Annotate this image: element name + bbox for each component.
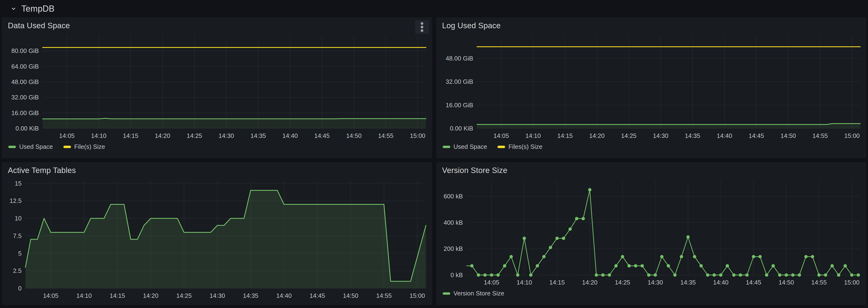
svg-text:14:10: 14:10 <box>76 292 92 299</box>
svg-text:48.00 GiB: 48.00 GiB <box>445 55 473 62</box>
svg-text:14:15: 14:15 <box>110 292 125 299</box>
chart-active-temp-tables[interactable]: 02.557.51012.51514:0514:1014:1514:2014:2… <box>4 178 430 301</box>
legend-swatch <box>8 146 16 148</box>
svg-text:14:30: 14:30 <box>648 279 663 286</box>
svg-text:14:20: 14:20 <box>582 279 597 286</box>
svg-text:14:05: 14:05 <box>43 292 58 299</box>
legend-swatch <box>443 146 450 148</box>
svg-text:14:20: 14:20 <box>155 132 170 139</box>
legend-label: Version Store Size <box>454 290 504 297</box>
panel-version-store-size: Version Store Size 0 kB200 kB400 kB600 k… <box>436 162 866 305</box>
chart-log-used-space[interactable]: 0.00 KiB16.00 GiB32.00 GiB48.00 GiB14:05… <box>438 33 865 141</box>
legend-version-store-size: Version Store Size <box>436 287 866 304</box>
legend-swatch <box>443 292 450 295</box>
svg-text:16.00 GiB: 16.00 GiB <box>11 110 39 117</box>
grafana-dashboard: TempDB Data Used Space 0.00 KiB16.00 GiB… <box>0 0 868 308</box>
svg-text:14:15: 14:15 <box>549 279 565 286</box>
chart-area: 0.00 KiB16.00 GiB32.00 GiB48.00 GiB14:05… <box>436 33 866 141</box>
svg-text:14:30: 14:30 <box>210 292 225 299</box>
svg-text:14:45: 14:45 <box>748 132 764 139</box>
svg-text:14:30: 14:30 <box>219 132 234 139</box>
svg-text:14:05: 14:05 <box>484 279 499 286</box>
legend-item-files-s-size[interactable]: Files(s) Size <box>497 143 542 150</box>
svg-text:14:50: 14:50 <box>778 279 794 286</box>
legend-log-used-space: Used SpaceFiles(s) Size <box>436 141 866 158</box>
svg-text:14:15: 14:15 <box>123 132 138 139</box>
legend-label: Used Space <box>454 143 487 150</box>
svg-text:14:10: 14:10 <box>517 279 532 286</box>
svg-text:14:45: 14:45 <box>310 292 325 299</box>
svg-text:14:35: 14:35 <box>243 292 258 299</box>
legend-swatch <box>63 146 71 148</box>
panels-grid: Data Used Space 0.00 KiB16.00 GiB32.00 G… <box>2 18 866 305</box>
panel-title-bar[interactable]: Active Temp Tables <box>2 162 432 178</box>
svg-text:14:20: 14:20 <box>143 292 158 299</box>
legend-data-used-space: Used SpaceFile(s) Size <box>2 141 432 158</box>
svg-text:14:35: 14:35 <box>685 132 700 139</box>
panel-title: Data Used Space <box>8 21 70 30</box>
svg-text:80.00 GiB: 80.00 GiB <box>11 47 39 54</box>
svg-text:14:25: 14:25 <box>176 292 192 299</box>
svg-text:64.00 GiB: 64.00 GiB <box>11 63 39 70</box>
svg-text:15: 15 <box>15 180 22 187</box>
svg-text:600 kB: 600 kB <box>444 193 463 200</box>
svg-text:14:40: 14:40 <box>276 292 292 299</box>
panel-title-bar[interactable]: Version Store Size <box>436 162 866 178</box>
legend-item-file-s-size[interactable]: File(s) Size <box>63 143 105 150</box>
svg-text:14:35: 14:35 <box>250 132 266 139</box>
svg-text:14:25: 14:25 <box>621 132 637 139</box>
svg-text:14:20: 14:20 <box>589 132 604 139</box>
svg-text:14:10: 14:10 <box>91 132 106 139</box>
svg-text:14:05: 14:05 <box>493 132 509 139</box>
chart-data-used-space[interactable]: 0.00 KiB16.00 GiB32.00 GiB48.00 GiB64.00… <box>4 33 430 141</box>
panel-title-bar[interactable]: Data Used Space <box>2 18 432 33</box>
chart-area: 0.00 KiB16.00 GiB32.00 GiB48.00 GiB64.00… <box>2 33 432 141</box>
svg-text:0: 0 <box>18 285 22 292</box>
svg-text:14:40: 14:40 <box>717 132 732 139</box>
svg-text:10: 10 <box>15 215 22 222</box>
panel-title: Active Temp Tables <box>8 166 76 175</box>
svg-text:14:25: 14:25 <box>187 132 202 139</box>
svg-text:14:15: 14:15 <box>557 132 572 139</box>
panel-menu-button[interactable] <box>415 20 429 34</box>
panel-title: Log Used Space <box>442 21 501 30</box>
svg-text:14:55: 14:55 <box>378 132 394 139</box>
legend-label: File(s) Size <box>74 143 105 150</box>
svg-text:0 kB: 0 kB <box>450 272 463 279</box>
svg-text:14:55: 14:55 <box>811 279 827 286</box>
legend-label: Used Space <box>19 143 53 150</box>
svg-text:48.00 GiB: 48.00 GiB <box>11 78 39 85</box>
svg-text:0.00 KiB: 0.00 KiB <box>450 125 473 132</box>
svg-text:14:55: 14:55 <box>812 132 828 139</box>
svg-text:14:05: 14:05 <box>59 132 74 139</box>
svg-text:32.00 GiB: 32.00 GiB <box>445 78 473 85</box>
legend-label: Files(s) Size <box>508 143 542 150</box>
svg-text:15:00: 15:00 <box>844 132 860 139</box>
svg-text:16.00 GiB: 16.00 GiB <box>445 101 473 109</box>
svg-text:400 kB: 400 kB <box>444 219 463 226</box>
panel-title: Version Store Size <box>442 166 507 175</box>
svg-text:14:50: 14:50 <box>346 132 362 139</box>
svg-text:14:45: 14:45 <box>314 132 330 139</box>
legend-item-used-space[interactable]: Used Space <box>443 143 487 150</box>
chevron-down-icon <box>10 6 17 12</box>
svg-text:14:50: 14:50 <box>780 132 796 139</box>
panel-title-bar[interactable]: Log Used Space <box>436 18 866 33</box>
legend-item-version-store-size[interactable]: Version Store Size <box>443 290 504 297</box>
svg-text:14:45: 14:45 <box>746 279 761 286</box>
svg-text:14:40: 14:40 <box>282 132 298 139</box>
svg-text:14:40: 14:40 <box>713 279 728 286</box>
legend-item-used-space[interactable]: Used Space <box>8 143 53 150</box>
panel-log-used-space: Log Used Space 0.00 KiB16.00 GiB32.00 Gi… <box>436 18 866 158</box>
svg-text:200 kB: 200 kB <box>444 245 463 252</box>
section-row-tempdb[interactable]: TempDB <box>0 0 868 18</box>
section-title: TempDB <box>21 4 55 14</box>
svg-text:5: 5 <box>18 250 22 257</box>
svg-text:14:35: 14:35 <box>680 279 696 286</box>
svg-text:7.5: 7.5 <box>13 232 22 239</box>
chart-area: 02.557.51012.51514:0514:1014:1514:2014:2… <box>2 178 432 304</box>
svg-text:15:00: 15:00 <box>409 292 425 299</box>
svg-text:14:30: 14:30 <box>653 132 668 139</box>
svg-text:0.00 KiB: 0.00 KiB <box>16 125 39 132</box>
chart-version-store-size[interactable]: 0 kB200 kB400 kB600 kB14:0514:1014:1514:… <box>438 178 865 287</box>
